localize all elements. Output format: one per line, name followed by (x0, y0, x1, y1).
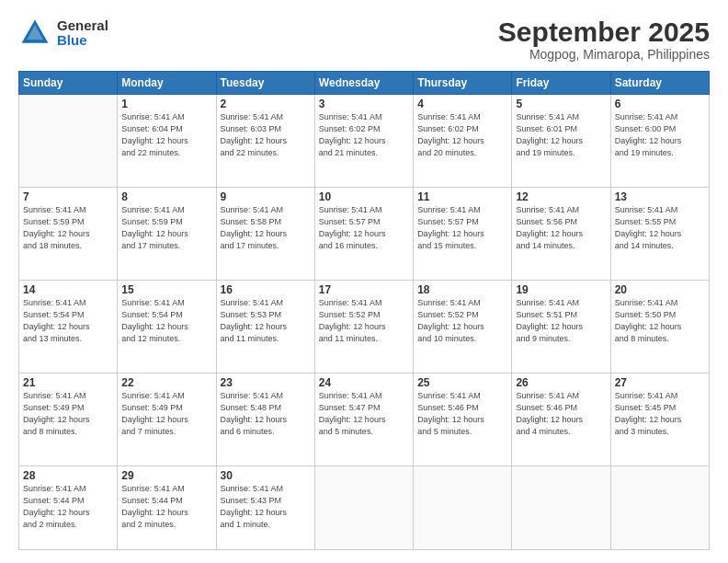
day-info: Sunrise: 5:41 AM Sunset: 6:00 PM Dayligh… (615, 111, 705, 159)
day-info: Sunrise: 5:41 AM Sunset: 5:52 PM Dayligh… (319, 297, 409, 345)
day-number: 5 (516, 98, 606, 110)
calendar-cell (314, 465, 413, 549)
day-number: 23 (221, 376, 311, 389)
weekday-header-wednesday: Wednesday (314, 72, 413, 95)
day-number: 4 (417, 98, 507, 110)
day-info: Sunrise: 5:41 AM Sunset: 6:02 PM Dayligh… (319, 111, 409, 159)
day-info: Sunrise: 5:41 AM Sunset: 5:46 PM Dayligh… (417, 390, 507, 438)
day-number: 10 (319, 190, 409, 203)
day-number: 21 (23, 376, 113, 389)
calendar-cell: 13Sunrise: 5:41 AM Sunset: 5:55 PM Dayli… (610, 187, 709, 280)
calendar-cell: 7Sunrise: 5:41 AM Sunset: 5:59 PM Daylig… (19, 187, 118, 280)
day-number: 14 (23, 283, 113, 296)
day-number: 30 (221, 469, 311, 482)
day-number: 9 (221, 190, 311, 203)
day-number: 16 (221, 283, 311, 296)
calendar-cell: 3Sunrise: 5:41 AM Sunset: 6:02 PM Daylig… (314, 95, 413, 188)
header: General Blue September 2025 Mogpog, Mima… (18, 17, 710, 62)
calendar-cell: 18Sunrise: 5:41 AM Sunset: 5:52 PM Dayli… (414, 280, 512, 373)
day-info: Sunrise: 5:41 AM Sunset: 6:01 PM Dayligh… (516, 111, 606, 159)
calendar-cell: 30Sunrise: 5:41 AM Sunset: 5:43 PM Dayli… (216, 465, 314, 549)
calendar-week-row: 28Sunrise: 5:41 AM Sunset: 5:44 PM Dayli… (19, 465, 710, 549)
calendar-week-row: 1Sunrise: 5:41 AM Sunset: 6:04 PM Daylig… (19, 95, 710, 188)
day-number: 18 (417, 283, 507, 296)
day-info: Sunrise: 5:41 AM Sunset: 5:57 PM Dayligh… (319, 204, 409, 252)
day-info: Sunrise: 5:41 AM Sunset: 5:59 PM Dayligh… (121, 204, 211, 252)
day-info: Sunrise: 5:41 AM Sunset: 5:56 PM Dayligh… (516, 204, 606, 252)
calendar-cell (414, 465, 512, 549)
logo-icon (18, 17, 51, 50)
calendar-cell: 10Sunrise: 5:41 AM Sunset: 5:57 PM Dayli… (314, 187, 413, 280)
weekday-header-thursday: Thursday (414, 72, 512, 95)
day-number: 22 (121, 376, 211, 389)
day-info: Sunrise: 5:41 AM Sunset: 5:58 PM Dayligh… (221, 204, 311, 252)
calendar-cell: 11Sunrise: 5:41 AM Sunset: 5:57 PM Dayli… (414, 187, 512, 280)
day-info: Sunrise: 5:41 AM Sunset: 5:44 PM Dayligh… (23, 483, 113, 531)
calendar-cell: 22Sunrise: 5:41 AM Sunset: 5:49 PM Dayli… (118, 373, 216, 465)
day-number: 27 (615, 376, 705, 389)
weekday-header-monday: Monday (118, 72, 216, 95)
day-info: Sunrise: 5:41 AM Sunset: 5:48 PM Dayligh… (221, 390, 311, 438)
day-number: 26 (516, 376, 606, 389)
weekday-header-row: SundayMondayTuesdayWednesdayThursdayFrid… (19, 72, 710, 95)
day-number: 2 (221, 98, 311, 110)
weekday-header-tuesday: Tuesday (216, 72, 314, 95)
day-number: 25 (417, 376, 507, 389)
calendar-cell: 21Sunrise: 5:41 AM Sunset: 5:49 PM Dayli… (19, 373, 118, 465)
day-number: 24 (319, 376, 409, 389)
calendar-cell: 26Sunrise: 5:41 AM Sunset: 5:46 PM Dayli… (512, 373, 610, 465)
day-number: 19 (516, 283, 606, 296)
day-info: Sunrise: 5:41 AM Sunset: 6:02 PM Dayligh… (417, 111, 507, 159)
day-info: Sunrise: 5:41 AM Sunset: 5:55 PM Dayligh… (615, 204, 705, 252)
calendar-cell: 5Sunrise: 5:41 AM Sunset: 6:01 PM Daylig… (512, 95, 610, 188)
calendar-week-row: 21Sunrise: 5:41 AM Sunset: 5:49 PM Dayli… (19, 373, 710, 465)
calendar-week-row: 7Sunrise: 5:41 AM Sunset: 5:59 PM Daylig… (19, 187, 710, 280)
calendar-cell: 14Sunrise: 5:41 AM Sunset: 5:54 PM Dayli… (19, 280, 118, 373)
calendar-cell: 19Sunrise: 5:41 AM Sunset: 5:51 PM Dayli… (512, 280, 610, 373)
logo: General Blue (18, 17, 108, 50)
day-info: Sunrise: 5:41 AM Sunset: 5:53 PM Dayligh… (221, 297, 311, 345)
calendar-cell: 28Sunrise: 5:41 AM Sunset: 5:44 PM Dayli… (19, 465, 118, 549)
calendar-cell: 25Sunrise: 5:41 AM Sunset: 5:46 PM Dayli… (414, 373, 512, 465)
calendar-table: SundayMondayTuesdayWednesdayThursdayFrid… (18, 71, 710, 550)
calendar-title: September 2025 (498, 17, 710, 47)
calendar-cell: 2Sunrise: 5:41 AM Sunset: 6:03 PM Daylig… (216, 95, 314, 188)
day-info: Sunrise: 5:41 AM Sunset: 5:54 PM Dayligh… (23, 297, 113, 345)
day-number: 8 (121, 190, 211, 203)
calendar-cell: 9Sunrise: 5:41 AM Sunset: 5:58 PM Daylig… (216, 187, 314, 280)
day-info: Sunrise: 5:41 AM Sunset: 5:59 PM Dayligh… (23, 204, 113, 252)
day-info: Sunrise: 5:41 AM Sunset: 5:51 PM Dayligh… (516, 297, 606, 345)
day-info: Sunrise: 5:41 AM Sunset: 5:52 PM Dayligh… (417, 297, 507, 345)
day-number: 12 (516, 190, 606, 203)
calendar-cell: 27Sunrise: 5:41 AM Sunset: 5:45 PM Dayli… (610, 373, 709, 465)
day-info: Sunrise: 5:41 AM Sunset: 6:04 PM Dayligh… (121, 111, 211, 159)
calendar-cell: 23Sunrise: 5:41 AM Sunset: 5:48 PM Dayli… (216, 373, 314, 465)
calendar-cell: 24Sunrise: 5:41 AM Sunset: 5:47 PM Dayli… (314, 373, 413, 465)
calendar-cell: 12Sunrise: 5:41 AM Sunset: 5:56 PM Dayli… (512, 187, 610, 280)
calendar-cell: 1Sunrise: 5:41 AM Sunset: 6:04 PM Daylig… (118, 95, 216, 188)
weekday-header-friday: Friday (512, 72, 610, 95)
logo-general-text: General (57, 18, 108, 34)
logo-text: General Blue (57, 18, 108, 49)
day-info: Sunrise: 5:41 AM Sunset: 5:47 PM Dayligh… (319, 390, 409, 438)
day-info: Sunrise: 5:41 AM Sunset: 5:49 PM Dayligh… (121, 390, 211, 438)
calendar-cell: 4Sunrise: 5:41 AM Sunset: 6:02 PM Daylig… (414, 95, 512, 188)
day-info: Sunrise: 5:41 AM Sunset: 6:03 PM Dayligh… (221, 111, 311, 159)
day-info: Sunrise: 5:41 AM Sunset: 5:50 PM Dayligh… (615, 297, 705, 345)
page: General Blue September 2025 Mogpog, Mima… (0, 0, 728, 563)
day-number: 7 (23, 190, 113, 203)
calendar-cell (512, 465, 610, 549)
day-info: Sunrise: 5:41 AM Sunset: 5:54 PM Dayligh… (121, 297, 211, 345)
calendar-cell: 6Sunrise: 5:41 AM Sunset: 6:00 PM Daylig… (610, 95, 709, 188)
day-info: Sunrise: 5:41 AM Sunset: 5:44 PM Dayligh… (121, 483, 211, 531)
day-info: Sunrise: 5:41 AM Sunset: 5:45 PM Dayligh… (615, 390, 705, 438)
calendar-week-row: 14Sunrise: 5:41 AM Sunset: 5:54 PM Dayli… (19, 280, 710, 373)
calendar-subtitle: Mogpog, Mimaropa, Philippines (498, 47, 710, 62)
calendar-cell: 8Sunrise: 5:41 AM Sunset: 5:59 PM Daylig… (118, 187, 216, 280)
logo-blue-text: Blue (57, 33, 108, 49)
day-info: Sunrise: 5:41 AM Sunset: 5:49 PM Dayligh… (23, 390, 113, 438)
calendar-cell: 20Sunrise: 5:41 AM Sunset: 5:50 PM Dayli… (610, 280, 709, 373)
calendar-cell (19, 95, 118, 188)
day-number: 29 (121, 469, 211, 482)
day-number: 11 (417, 190, 507, 203)
